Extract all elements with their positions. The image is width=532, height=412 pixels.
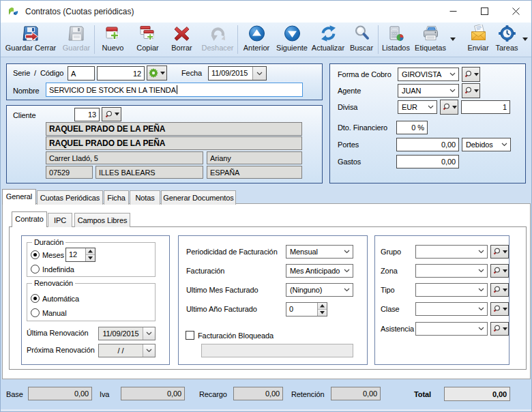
agente-lookup-button[interactable] <box>462 83 480 98</box>
tab-contrato[interactable]: Contrato <box>12 211 47 227</box>
toolbar-labels-button[interactable]: Etiquetas <box>413 25 448 55</box>
portes-tipo-select[interactable]: Debidos <box>462 138 511 151</box>
proxima-renovacion-picker[interactable]: / / <box>98 344 156 357</box>
asistencia-lookup-button[interactable] <box>490 322 509 336</box>
fecha-dropdown-button[interactable] <box>252 67 266 80</box>
chevron-down-icon <box>478 269 484 273</box>
duracion-indefinida-radio[interactable] <box>31 265 40 274</box>
spinner-up-button[interactable] <box>318 303 327 310</box>
divisa-lookup-button[interactable] <box>440 100 458 115</box>
tab-generar-documentos[interactable]: Generar Documentos <box>161 190 236 205</box>
date-value: 11/09/2015 <box>99 327 143 340</box>
renovacion-automatica-radio[interactable] <box>31 294 40 303</box>
minimize-button[interactable] <box>437 1 469 22</box>
tab-general[interactable]: General <box>2 189 36 205</box>
forma-cobro-lookup-button[interactable] <box>462 67 480 82</box>
combo-value: GIROVISTA <box>402 70 441 78</box>
duracion-meses-spinner[interactable]: 12 <box>65 248 95 262</box>
serie-input[interactable]: A <box>68 66 95 80</box>
dto-financiero-input[interactable]: 0 % <box>396 121 428 134</box>
ultima-renovacion-picker[interactable]: 11/09/2015 <box>98 327 156 340</box>
maximize-button[interactable] <box>469 1 500 22</box>
tab-label: Cuotas Periódicas <box>40 194 100 202</box>
tab-ipc[interactable]: IPC <box>48 213 72 227</box>
asistencia-select[interactable] <box>415 322 488 336</box>
toolbar-send-button[interactable]: Enviar <box>463 25 493 55</box>
chevron-down-icon <box>449 72 456 76</box>
spinner-up-button[interactable] <box>86 248 95 255</box>
toolbar-save-close-button[interactable]: Guardar Cerrar <box>2 25 59 55</box>
duracion-indefinida-label: Indefinida <box>42 265 74 274</box>
proxima-renovacion-dropdown-button[interactable] <box>143 344 155 357</box>
forma-cobro-select[interactable]: GIROVISTA <box>398 68 459 81</box>
tab-cuotas-periodicas[interactable]: Cuotas Periódicas <box>37 190 103 205</box>
toolbar-search-button[interactable]: Buscar <box>348 25 375 55</box>
toolbar-refresh-button[interactable]: Actualizar <box>310 25 346 55</box>
renovacion-manual-radio[interactable] <box>31 308 40 317</box>
portes-input[interactable]: 0,00 <box>396 138 459 151</box>
toolbar-delete-button[interactable]: Borrar <box>166 25 197 55</box>
toolbar-save-button[interactable]: Guardar <box>61 25 92 55</box>
clasificacion-panel: Grupo Zona Tipo Clase <box>374 235 509 365</box>
toolbar-button-label: Listados <box>380 44 412 52</box>
toolbar-button-label: Tareas <box>493 44 520 52</box>
gastos-input[interactable]: 0,00 <box>396 155 459 168</box>
periodicidad-select[interactable]: Mensual <box>286 245 353 259</box>
tab-label: Campos Libres <box>78 216 128 224</box>
tipo-lookup-button[interactable] <box>490 283 509 297</box>
agente-select[interactable]: JUAN <box>398 84 459 98</box>
tipo-select[interactable] <box>415 283 488 297</box>
ultima-renovacion-dropdown-button[interactable] <box>143 327 155 340</box>
codigo-input[interactable]: 12 <box>97 66 145 80</box>
tasks-dropdown-arrow[interactable] <box>522 38 528 42</box>
zona-lookup-button[interactable] <box>490 264 509 278</box>
toolbar-undo-button[interactable]: Deshacer <box>199 25 236 55</box>
combo-value: Debidos <box>466 141 493 149</box>
divisa-select[interactable]: EUR <box>398 100 437 114</box>
duracion-legend: Duración <box>32 238 65 247</box>
facturacion-bloqueada-checkbox[interactable] <box>186 331 194 340</box>
toolbar-button-label: Anterior <box>239 44 274 52</box>
close-icon <box>512 8 520 15</box>
spinner-down-button[interactable] <box>318 310 327 316</box>
zona-select[interactable] <box>415 264 488 278</box>
asistencia-label: Asistencia <box>381 325 414 334</box>
cliente-lookup-button[interactable] <box>102 107 121 121</box>
codigo-options-button[interactable] <box>147 65 167 80</box>
ultimo-ano-spinner[interactable]: 0 <box>286 302 327 317</box>
tab-campos-libres[interactable]: Campos Libres <box>74 213 130 227</box>
cliente-direccion-field: Carrer Lladó, 5 <box>46 151 203 164</box>
toolbar-new-button[interactable]: Nuevo <box>97 25 129 55</box>
fecha-input[interactable]: 11/09/2015 <box>208 66 267 80</box>
clase-lookup-button[interactable] <box>490 302 509 316</box>
toolbar-reports-button[interactable]: Listados <box>380 25 412 55</box>
facturacion-label: Facturación <box>186 267 224 276</box>
tab-notas[interactable]: Notas <box>130 190 160 205</box>
toolbar-previous-button[interactable]: Anterior <box>239 25 274 55</box>
bloqueada-motivo-input[interactable] <box>201 344 353 357</box>
toolbar-button-label: Guardar Cerrar <box>2 44 59 52</box>
clase-select[interactable] <box>415 302 488 316</box>
duracion-meses-radio[interactable] <box>31 250 40 259</box>
tab-label: Notas <box>135 194 154 202</box>
spinner-down-button[interactable] <box>86 255 95 261</box>
nombre-input[interactable]: SERVICIO DE STOCK EN LA TIENDA <box>46 83 303 97</box>
ultimo-mes-select[interactable]: (Ninguno) <box>286 283 353 297</box>
magnifier-icon <box>442 103 450 111</box>
cliente-codigo-input[interactable]: 13 <box>74 108 100 121</box>
tab-label: General <box>6 192 32 201</box>
grupo-select[interactable] <box>415 245 488 259</box>
grupo-lookup-button[interactable] <box>490 245 509 259</box>
cliente-poblacion-field: Ariany <box>207 151 302 164</box>
toolbar-tasks-button[interactable]: Tareas <box>493 25 520 55</box>
facturacion-select[interactable]: Mes Anticipado <box>286 264 353 278</box>
toolbar-next-button[interactable]: Siguiente <box>274 25 310 55</box>
magnifier-icon <box>464 70 472 78</box>
chevron-down-icon <box>344 269 350 273</box>
labels-dropdown-arrow[interactable] <box>450 38 456 42</box>
close-button[interactable] <box>500 1 531 22</box>
window-title: Contratos (Cuotas periódicas) <box>25 7 134 16</box>
toolbar-copy-button[interactable]: Copiar <box>132 25 164 55</box>
cambio-input[interactable]: 1 <box>461 100 510 114</box>
tab-ficha[interactable]: Ficha <box>104 190 129 205</box>
